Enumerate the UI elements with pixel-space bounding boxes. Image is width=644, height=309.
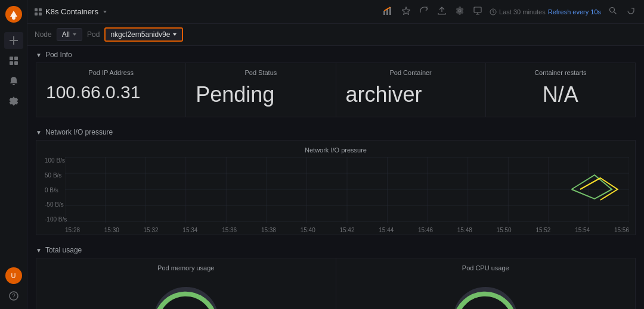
share-icon[interactable]	[418, 5, 430, 18]
gear-icon[interactable]	[454, 5, 466, 18]
network-io-chart-area: 100 B/s 50 B/s 0 B/s -50 B/s -100 B/s	[42, 157, 629, 235]
star-icon[interactable]	[400, 5, 412, 18]
svg-rect-12	[474, 7, 481, 13]
user-avatar[interactable]: U	[5, 267, 22, 284]
network-io-chart: Network I/O pressure 100 B/s 50 B/s 0 B/…	[36, 140, 636, 235]
pod-container-card: Pod Container archiver	[336, 63, 486, 117]
pod-container-label: Pod Container	[346, 69, 476, 76]
svg-rect-5	[14, 61, 18, 65]
pod-info-chevron: ▼	[36, 52, 42, 58]
topbar-title: K8s Containers	[35, 7, 108, 16]
cpu-gauge-label: Pod CPU usage	[462, 264, 509, 271]
network-io-chevron: ▼	[36, 129, 42, 136]
sidebar-bottom: U ?	[4, 267, 23, 304]
sidebar-item-help[interactable]: ?	[4, 288, 23, 304]
total-usage-header[interactable]: ▼ Total usage	[27, 241, 644, 258]
total-usage-chevron: ▼	[36, 247, 42, 254]
cpu-gauge-card: Pod CPU usage 0.05%	[336, 258, 636, 309]
svg-point-14	[610, 8, 615, 13]
pod-status-value: Pending	[196, 82, 326, 107]
content-area: ▼ Pod Info Pod IP Address 100.66.0.31 Po…	[27, 46, 644, 309]
pod-select[interactable]: nkgcl2em5anidv9e	[104, 27, 183, 42]
pod-ip-value: 100.66.0.31	[46, 82, 176, 102]
pod-info-title: Pod Info	[45, 51, 72, 59]
svg-rect-2	[10, 57, 13, 60]
container-restarts-card: Container restarts N/A	[486, 63, 635, 117]
gauge-row: Pod memory usage 0.9% Pod CPU usage	[36, 258, 636, 309]
network-io-chart-title: Network I/O pressure	[42, 146, 629, 154]
time-range[interactable]: Last 30 minutes Refresh every 10s	[490, 8, 601, 15]
pod-label: Pod	[87, 30, 100, 39]
network-io-svg	[65, 157, 629, 223]
sidebar-item-dashboards[interactable]	[4, 52, 23, 69]
svg-rect-3	[14, 57, 18, 60]
memory-gauge: 0.9%	[147, 276, 225, 309]
app-logo[interactable]	[4, 5, 23, 24]
pod-dropdown-icon	[172, 32, 177, 37]
pod-info-cards: Pod IP Address 100.66.0.31 Pod Status Pe…	[36, 63, 636, 117]
sidebar-item-alerts[interactable]	[4, 73, 23, 89]
pod-status-card: Pod Status Pending	[186, 63, 336, 117]
svg-rect-10	[389, 7, 391, 15]
pod-status-label: Pod Status	[196, 69, 326, 76]
topbar-icons: Last 30 minutes Refresh every 10s	[381, 4, 637, 19]
svg-rect-8	[383, 11, 385, 15]
svg-marker-11	[402, 7, 410, 14]
svg-rect-4	[10, 61, 13, 65]
grid-icon	[35, 8, 42, 15]
topbar: K8s Containers	[27, 0, 644, 24]
sidebar-item-settings[interactable]	[4, 93, 23, 110]
container-restarts-label: Container restarts	[496, 69, 626, 76]
main-content: K8s Containers	[27, 0, 644, 309]
time-label: Last 30 minutes	[499, 8, 546, 15]
refresh-label: Refresh every 10s	[548, 8, 601, 15]
node-select[interactable]: All	[57, 28, 82, 41]
svg-point-1	[12, 16, 16, 20]
dropdown-arrow-icon	[102, 9, 108, 15]
app-title: K8s Containers	[45, 7, 98, 16]
sidebar-item-add[interactable]	[4, 32, 23, 49]
total-usage-title: Total usage	[45, 246, 82, 254]
svg-text:?: ?	[12, 293, 16, 299]
network-io-header[interactable]: ▼ Network I/O pressure	[27, 123, 644, 140]
memory-gauge-card: Pod memory usage 0.9%	[36, 258, 336, 309]
pod-container-value: archiver	[346, 82, 476, 107]
container-restarts-value: N/A	[496, 82, 626, 107]
monitor-icon[interactable]	[472, 5, 484, 18]
node-label: Node	[35, 30, 52, 39]
filterbar: Node All Pod nkgcl2em5anidv9e	[27, 24, 644, 46]
upload-icon[interactable]	[436, 5, 448, 18]
pod-info-header[interactable]: ▼ Pod Info	[27, 46, 644, 63]
pod-ip-card: Pod IP Address 100.66.0.31	[36, 63, 186, 117]
pod-ip-label: Pod IP Address	[46, 69, 176, 76]
cpu-gauge: 0.05%	[447, 276, 524, 309]
x-axis-labels: 15:28 15:30 15:32 15:34 15:36 15:38 15:4…	[42, 224, 629, 237]
network-io-title: Network I/O pressure	[45, 128, 113, 136]
chart-icon[interactable]	[381, 4, 394, 19]
refresh-icon[interactable]	[625, 5, 637, 18]
network-io-chart-section: Network I/O pressure 100 B/s 50 B/s 0 B/…	[36, 140, 636, 235]
memory-gauge-label: Pod memory usage	[157, 264, 214, 271]
y-axis-labels: 100 B/s 50 B/s 0 B/s -50 B/s -100 B/s	[42, 157, 69, 223]
sidebar: U ?	[0, 0, 27, 309]
node-dropdown-icon	[72, 32, 77, 37]
search-icon[interactable]	[607, 5, 619, 18]
